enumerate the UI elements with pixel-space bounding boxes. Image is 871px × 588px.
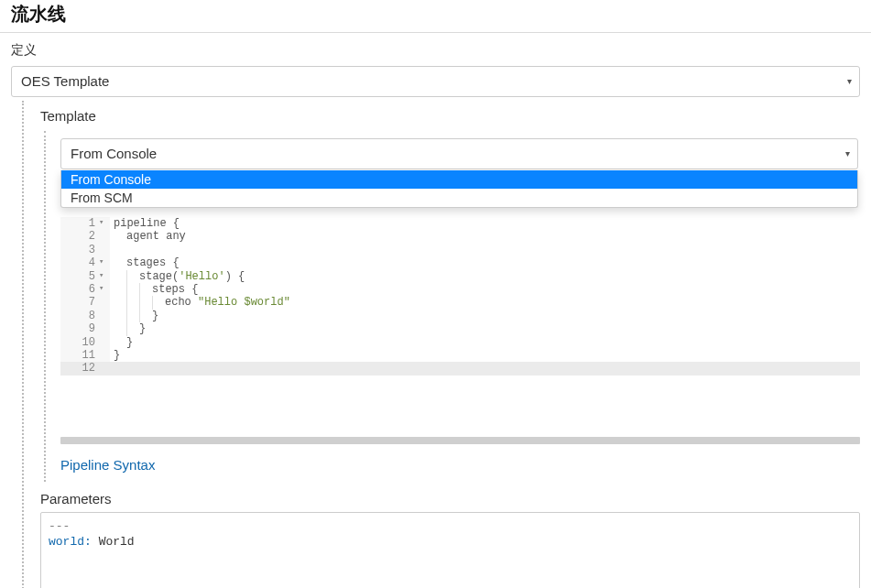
parameters-label: Parameters — [40, 491, 860, 506]
fold-gutter — [99, 349, 110, 362]
fold-toggle-icon[interactable] — [99, 217, 110, 230]
definition-select-value: OES Template — [21, 73, 109, 89]
definition-label: 定义 — [11, 42, 860, 59]
line-number: 5 — [60, 270, 99, 283]
line-number: 12 — [60, 362, 99, 375]
line-number: 8 — [60, 310, 99, 322]
fold-gutter — [99, 336, 110, 349]
code-content: stage('Hello') { — [110, 270, 860, 283]
line-number: 4 — [60, 256, 99, 269]
code-content: steps { — [110, 283, 860, 296]
line-number: 10 — [60, 336, 99, 349]
code-line[interactable]: 9} — [60, 322, 860, 335]
code-line[interactable]: 1pipeline { — [60, 217, 860, 230]
page-title: 流水线 — [11, 2, 867, 27]
code-line[interactable]: 10} — [60, 336, 860, 349]
fold-gutter — [99, 296, 110, 309]
code-line[interactable]: 12 — [60, 362, 860, 375]
fold-gutter — [99, 310, 110, 322]
yaml-value: World — [99, 535, 135, 549]
code-content: echo "Hello $world" — [110, 296, 860, 309]
fold-gutter — [99, 322, 110, 335]
chevron-down-icon: ▾ — [847, 67, 852, 96]
code-content: } — [110, 322, 860, 335]
line-number: 2 — [60, 230, 99, 243]
fold-toggle-icon[interactable] — [99, 270, 110, 283]
fold-gutter — [99, 362, 110, 375]
yaml-doc-start: --- — [49, 519, 70, 533]
code-content: stages { — [110, 256, 860, 269]
line-number: 1 — [60, 217, 99, 230]
line-number: 6 — [60, 283, 99, 296]
code-content: agent any — [110, 230, 860, 243]
code-content: } — [110, 349, 860, 362]
editor-horizontal-scrollbar[interactable] — [60, 437, 860, 446]
code-line[interactable]: 3 — [60, 244, 860, 256]
pipeline-script-editor[interactable]: 1pipeline {2agent any34stages {5stage('H… — [60, 217, 860, 441]
template-label: Template — [40, 108, 860, 124]
parameters-textarea[interactable]: --- world: World — [40, 512, 860, 588]
dropdown-option-from-scm[interactable]: From SCM — [61, 189, 857, 207]
line-number: 3 — [60, 244, 99, 256]
line-number: 7 — [60, 296, 99, 309]
code-content: pipeline { — [110, 217, 860, 230]
code-line[interactable]: 4stages { — [60, 256, 860, 269]
template-source-value: From Console — [71, 146, 157, 161]
definition-select[interactable]: OES Template ▾ — [11, 66, 860, 97]
code-line[interactable]: 2agent any — [60, 230, 860, 243]
chevron-down-icon: ▾ — [845, 139, 850, 169]
pipeline-syntax-link[interactable]: Pipeline Syntax — [60, 457, 860, 473]
code-content: } — [110, 310, 860, 322]
code-line[interactable]: 8} — [60, 310, 860, 322]
yaml-key: world — [49, 535, 84, 549]
dropdown-option-from-console[interactable]: From Console — [61, 170, 857, 189]
line-number: 9 — [60, 322, 99, 335]
code-content — [110, 244, 860, 256]
fold-gutter — [99, 244, 110, 256]
fold-toggle-icon[interactable] — [99, 256, 110, 269]
line-number: 11 — [60, 349, 99, 362]
code-line[interactable]: 6steps { — [60, 283, 860, 296]
code-line[interactable]: 11} — [60, 349, 860, 362]
fold-gutter — [99, 230, 110, 243]
code-line[interactable]: 7echo "Hello $world" — [60, 296, 860, 309]
code-content — [110, 362, 860, 375]
template-source-dropdown: From Console From SCM — [60, 170, 858, 208]
code-line[interactable]: 5stage('Hello') { — [60, 270, 860, 283]
code-content: } — [110, 336, 860, 349]
fold-toggle-icon[interactable] — [99, 283, 110, 296]
template-source-select[interactable]: From Console ▾ — [60, 138, 858, 169]
